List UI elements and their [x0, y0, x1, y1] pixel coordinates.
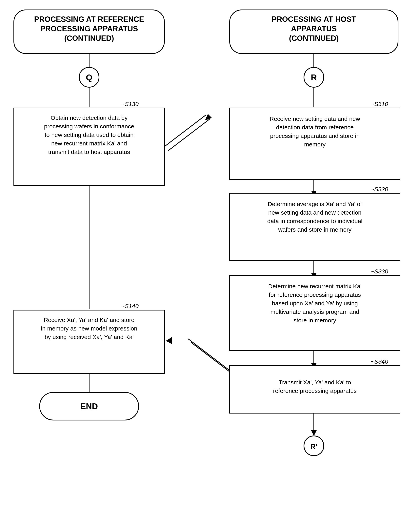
svg-rect-32 — [40, 392, 139, 420]
svg-line-19 — [164, 115, 206, 147]
svg-text:new recurrent matrix Ka' and: new recurrent matrix Ka' and — [51, 140, 127, 147]
svg-text:(CONTINUED): (CONTINUED) — [64, 34, 114, 42]
svg-text:multivariate analysis program : multivariate analysis program and — [270, 308, 360, 315]
svg-rect-47 — [230, 193, 400, 260]
svg-marker-21 — [205, 114, 212, 121]
svg-text:Determine average is Xa' and Y: Determine average is Xa' and Ya' of — [268, 201, 362, 207]
svg-line-28 — [188, 339, 230, 371]
svg-text:to new setting data used to ob: to new setting data used to obtain — [45, 132, 134, 138]
svg-text:~S340: ~S340 — [371, 358, 388, 365]
svg-text:processing wafers in conforman: processing wafers in conformance — [44, 123, 134, 130]
svg-rect-13 — [14, 108, 164, 185]
svg-text:data in correspondence to indi: data in correspondence to individual — [267, 218, 362, 224]
svg-text:~S310: ~S310 — [371, 101, 388, 107]
svg-marker-68 — [311, 430, 317, 436]
svg-text:PROCESSING APPARATUS: PROCESSING APPARATUS — [40, 24, 138, 33]
svg-text:END: END — [80, 402, 98, 411]
svg-text:by using received Xa', Ya' and: by using received Xa', Ya' and Ka' — [45, 334, 134, 340]
svg-text:Q: Q — [86, 73, 92, 82]
svg-rect-0 — [14, 10, 164, 53]
svg-text:R: R — [311, 73, 317, 82]
svg-marker-62 — [311, 363, 317, 368]
flowchart-svg: PROCESSING AT REFERENCE PROCESSING APPAR… — [0, 0, 420, 511]
svg-text:Receive Xa', Ya' and Ka' and s: Receive Xa', Ya' and Ka' and store — [44, 317, 135, 323]
svg-text:~S130: ~S130 — [121, 101, 139, 107]
svg-text:store in memory: store in memory — [293, 317, 336, 324]
svg-text:processing apparatus and store: processing apparatus and store in — [270, 133, 360, 139]
svg-text:based upon Xa' and Ya' by usin: based upon Xa' and Ya' by using — [272, 300, 358, 306]
svg-text:Determine new recurrent matrix: Determine new recurrent matrix Ka' — [268, 283, 362, 290]
svg-text:memory: memory — [304, 141, 326, 148]
svg-text:Obtain new detection data by: Obtain new detection data by — [51, 114, 128, 121]
svg-text:PROCESSING AT HOST: PROCESSING AT HOST — [272, 15, 356, 23]
svg-line-20 — [168, 119, 210, 151]
svg-rect-24 — [14, 310, 164, 374]
svg-text:new setting data and new detec: new setting data and new detection — [268, 209, 361, 216]
svg-point-35 — [304, 67, 324, 87]
svg-point-9 — [79, 67, 99, 87]
svg-point-69 — [304, 436, 324, 456]
svg-text:in memory as new model express: in memory as new model expression — [41, 325, 137, 332]
svg-text:Receive new setting data and n: Receive new setting data and new — [270, 115, 360, 122]
svg-text:~S320: ~S320 — [371, 186, 388, 192]
svg-text:Transmit Xa', Ya' and Ka' to: Transmit Xa', Ya' and Ka' to — [279, 379, 351, 386]
svg-marker-53 — [311, 273, 317, 278]
svg-text:for reference processing appar: for reference processing apparatus — [269, 291, 361, 298]
svg-text:transmit data to host apparatu: transmit data to host apparatus — [48, 149, 130, 155]
svg-text:~S140: ~S140 — [121, 303, 139, 309]
svg-text:PROCESSING AT REFERENCE: PROCESSING AT REFERENCE — [34, 15, 144, 23]
svg-rect-39 — [230, 108, 400, 179]
svg-text:(CONTINUED): (CONTINUED) — [289, 34, 339, 42]
svg-rect-55 — [230, 275, 400, 351]
svg-text:wafers and store in memory: wafers and store in memory — [278, 226, 352, 233]
svg-marker-30 — [166, 337, 172, 344]
svg-rect-64 — [230, 366, 400, 413]
svg-text:reference processing apparatus: reference processing apparatus — [273, 388, 357, 394]
svg-rect-4 — [230, 10, 398, 53]
svg-text:R': R' — [310, 443, 317, 451]
svg-line-29 — [191, 342, 233, 374]
svg-text:~S330: ~S330 — [371, 268, 388, 275]
diagram-container: PROCESSING AT REFERENCE PROCESSING APPAR… — [0, 0, 420, 511]
svg-marker-45 — [311, 191, 317, 196]
svg-text:detection data from reference: detection data from reference — [276, 124, 354, 130]
svg-text:APPARATUS: APPARATUS — [291, 24, 337, 33]
